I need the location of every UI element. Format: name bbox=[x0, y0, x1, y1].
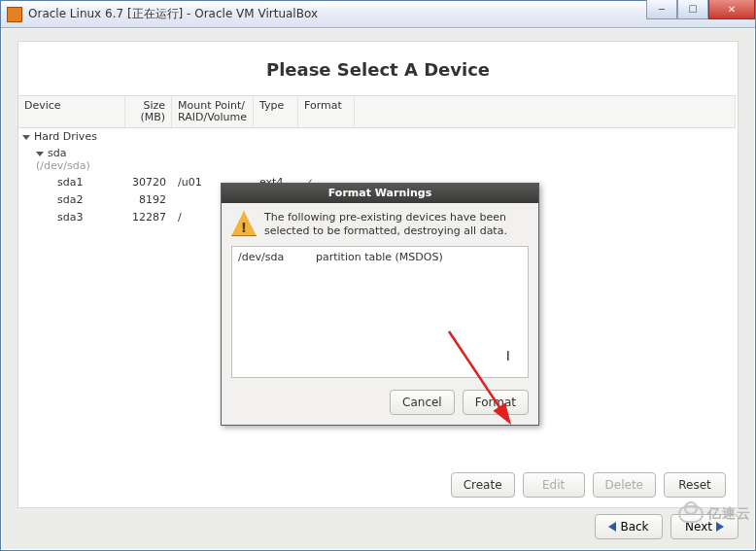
col-device[interactable]: Device bbox=[18, 96, 125, 127]
minimize-button[interactable]: ─ bbox=[646, 0, 677, 19]
caret-icon bbox=[36, 152, 44, 156]
reset-button[interactable]: Reset bbox=[664, 472, 726, 498]
format-warnings-dialog: Format Warnings ! The following pre-exis… bbox=[221, 183, 539, 426]
window-title: Oracle Linux 6.7 [正在运行] - Oracle VM Virt… bbox=[28, 6, 318, 22]
virtualbox-icon bbox=[7, 7, 22, 22]
device-detail: partition table (MSDOS) bbox=[316, 251, 522, 263]
tree-sda-hint: (/dev/sda) bbox=[36, 159, 90, 172]
tree-row-sda[interactable]: sda (/dev/sda) bbox=[18, 145, 736, 174]
delete-button: Delete bbox=[593, 472, 656, 498]
cloud-icon bbox=[678, 505, 704, 523]
warning-icon: ! bbox=[231, 211, 257, 236]
device-list[interactable]: /dev/sda partition table (MSDOS) I bbox=[231, 246, 529, 378]
installer-area: Please Select A Device Device Size (MB) … bbox=[2, 29, 754, 549]
partition-buttons: Create Edit Delete Reset bbox=[451, 472, 726, 498]
tree-root-label: Hard Drives bbox=[34, 130, 97, 143]
format-button[interactable]: Format bbox=[463, 390, 529, 415]
titlebar[interactable]: Oracle Linux 6.7 [正在运行] - Oracle VM Virt… bbox=[1, 1, 755, 28]
tree-row-root[interactable]: Hard Drives bbox=[18, 128, 736, 145]
col-size[interactable]: Size (MB) bbox=[125, 96, 172, 127]
table-header: Device Size (MB) Mount Point/ RAID/Volum… bbox=[18, 95, 736, 128]
watermark: 亿速云 bbox=[678, 505, 751, 523]
col-format[interactable]: Format bbox=[298, 96, 355, 127]
col-type[interactable]: Type bbox=[254, 96, 298, 127]
arrow-right-icon bbox=[716, 522, 724, 532]
device-path: /dev/sda bbox=[238, 251, 316, 263]
tree-sda-label: sda bbox=[48, 147, 66, 159]
dialog-title[interactable]: Format Warnings bbox=[222, 184, 538, 203]
caret-icon bbox=[22, 135, 30, 140]
arrow-left-icon bbox=[608, 522, 616, 532]
window-controls: ─ ☐ ✕ bbox=[646, 0, 755, 19]
back-button[interactable]: Back bbox=[595, 514, 663, 539]
close-button[interactable]: ✕ bbox=[708, 0, 755, 19]
text-cursor-icon: I bbox=[506, 348, 510, 363]
maximize-button[interactable]: ☐ bbox=[677, 0, 708, 19]
dialog-message: The following pre-existing devices have … bbox=[264, 211, 529, 238]
virtualbox-window: Oracle Linux 6.7 [正在运行] - Oracle VM Virt… bbox=[0, 0, 756, 551]
cancel-button[interactable]: Cancel bbox=[390, 390, 455, 415]
edit-button: Edit bbox=[523, 472, 585, 498]
create-button[interactable]: Create bbox=[451, 472, 515, 498]
page-title: Please Select A Device bbox=[18, 53, 738, 95]
col-mount[interactable]: Mount Point/ RAID/Volume bbox=[172, 96, 254, 127]
